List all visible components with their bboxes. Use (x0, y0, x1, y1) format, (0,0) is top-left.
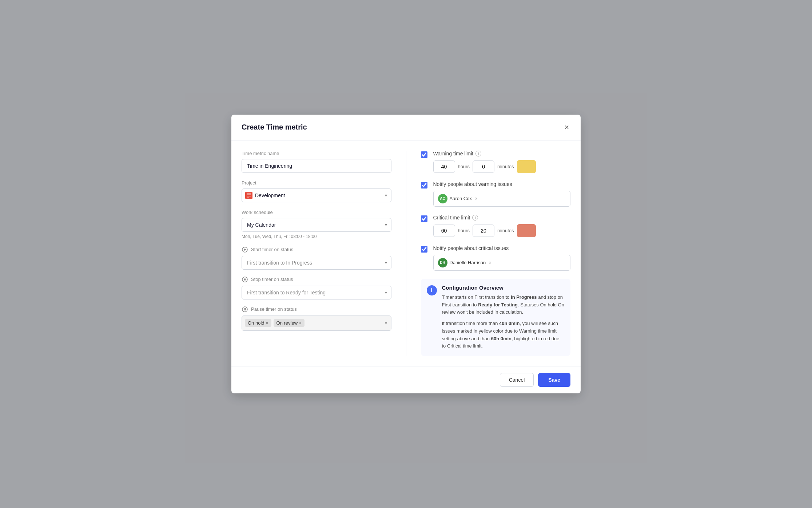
svg-rect-3 (247, 197, 249, 198)
project-select-wrapper: Development ▾ (242, 188, 391, 202)
warning-content: Warning time limit i hours minutes (433, 151, 571, 173)
stop-timer-section: Stop timer on status First transition to… (242, 276, 391, 299)
warning-hours-unit: hours (458, 164, 470, 169)
notify-critical-label-text: Notify people about critical issues (433, 245, 509, 251)
name-label: Time metric name (242, 151, 391, 156)
stop-timer-text: Stop timer on status (251, 277, 293, 282)
notify-critical-checkbox[interactable] (421, 246, 427, 253)
project-group: Project Development (242, 180, 391, 202)
cancel-button[interactable]: Cancel (500, 373, 534, 387)
svg-rect-7 (244, 278, 246, 280)
notify-warning-row: Notify people about warning issues AC Aa… (421, 181, 571, 207)
warning-checkbox-wrapper (421, 151, 427, 159)
pause-timer-icon (242, 306, 248, 313)
save-button[interactable]: Save (538, 373, 570, 387)
pause-select-wrapper: On hold × On review × ▾ (242, 315, 391, 331)
critical-checkbox-wrapper (421, 215, 427, 223)
schedule-group: Work schedule My Calendar ▾ Mon, Tue, We… (242, 210, 391, 239)
start-timer-icon (242, 246, 248, 253)
schedule-select[interactable]: My Calendar (242, 218, 391, 232)
config-overview: i Configuration Overview Timer starts on… (421, 279, 571, 356)
notify-warning-label-text: Notify people about warning issues (433, 181, 512, 187)
warning-time-inputs: hours minutes (433, 160, 571, 173)
close-button[interactable]: × (563, 122, 570, 133)
warning-minutes-unit: minutes (497, 164, 514, 169)
svg-rect-2 (247, 196, 251, 197)
aaron-cox-remove[interactable]: × (475, 196, 478, 201)
schedule-hint: Mon, Tue, Wed, Thu, Fri; 08:00 - 18:00 (242, 234, 391, 239)
svg-marker-5 (244, 249, 246, 251)
critical-row: Critical time limit i hours minutes (421, 215, 571, 237)
critical-content: Critical time limit i hours minutes (433, 215, 571, 237)
danielle-harrison-name: Danielle Harrison (450, 260, 486, 265)
pause-timer-section: Pause timer on status On hold × On revie… (242, 306, 391, 331)
stop-timer-label: Stop timer on status (242, 276, 391, 283)
notify-warning-input[interactable]: AC Aaron Cox × (433, 191, 571, 207)
config-paragraph-2: If transition time more than 40h 0min, y… (442, 320, 565, 350)
notify-critical-input[interactable]: DH Danielle Harrison × (433, 255, 571, 271)
config-title: Configuration Overview (442, 285, 565, 291)
warning-color-swatch[interactable] (517, 160, 536, 173)
config-icon: i (427, 285, 437, 295)
modal-body: Time metric name Project (231, 140, 581, 366)
modal-footer: Cancel Save (231, 366, 581, 393)
aaron-cox-name: Aaron Cox (450, 196, 472, 201)
start-status-select[interactable]: First transition to In Progress (242, 256, 391, 270)
warning-hours-input[interactable] (433, 160, 455, 173)
stop-select-wrapper: First transition to Ready for Testing ▾ (242, 286, 391, 299)
notify-warning-label: Notify people about warning issues (433, 181, 571, 187)
pause-timer-text: Pause timer on status (251, 306, 297, 312)
left-panel: Time metric name Project (242, 151, 406, 356)
svg-rect-9 (244, 308, 245, 310)
aaron-cox-avatar: AC (438, 194, 447, 203)
name-input[interactable] (242, 159, 391, 173)
warning-label: Warning time limit i (433, 151, 571, 156)
tag-on-hold-close[interactable]: × (266, 321, 268, 325)
critical-label: Critical time limit i (433, 215, 571, 221)
pause-timer-label: Pause timer on status (242, 306, 391, 313)
critical-info-icon[interactable]: i (472, 215, 478, 221)
modal-title: Create Time metric (242, 123, 307, 131)
notify-warning-checkbox[interactable] (421, 182, 427, 188)
warning-checkbox[interactable] (421, 151, 427, 158)
notify-critical-row: Notify people about critical issues DH D… (421, 245, 571, 271)
start-timer-section: Start timer on status First transition t… (242, 246, 391, 270)
tag-on-hold: On hold × (245, 319, 271, 327)
critical-time-inputs: hours minutes (433, 224, 571, 237)
notify-warning-checkbox-wrapper (421, 182, 427, 190)
critical-hours-input[interactable] (433, 225, 455, 237)
project-select[interactable]: Development (242, 188, 391, 202)
warning-info-icon[interactable]: i (475, 151, 481, 156)
warning-label-text: Warning time limit (433, 151, 474, 156)
stop-timer-icon (242, 276, 248, 283)
create-time-metric-modal: Create Time metric × Time metric name Pr… (231, 115, 581, 394)
name-group: Time metric name (242, 151, 391, 173)
tag-on-review: On review × (274, 319, 305, 327)
start-timer-label: Start timer on status (242, 246, 391, 253)
config-text: Timer starts on First transition to In P… (442, 294, 565, 350)
notify-critical-checkbox-wrapper (421, 246, 427, 254)
danielle-harrison-avatar: DH (438, 258, 447, 267)
pause-multiselect[interactable]: On hold × On review × (242, 315, 391, 331)
tag-on-review-label: On review (276, 320, 298, 326)
stop-status-select[interactable]: First transition to Ready for Testing (242, 286, 391, 299)
schedule-label: Work schedule (242, 210, 391, 215)
svg-rect-10 (245, 308, 246, 310)
svg-point-8 (242, 307, 247, 312)
critical-label-text: Critical time limit (433, 215, 470, 221)
critical-color-swatch[interactable] (517, 224, 536, 237)
start-select-wrapper: First transition to In Progress ▾ (242, 256, 391, 270)
tag-on-review-close[interactable]: × (299, 321, 302, 325)
svg-rect-1 (247, 193, 251, 195)
schedule-select-wrapper: My Calendar ▾ (242, 218, 391, 232)
config-text-content: Configuration Overview Timer starts on F… (442, 285, 565, 350)
modal-backdrop: Create Time metric × Time metric name Pr… (0, 0, 812, 508)
danielle-harrison-remove[interactable]: × (489, 260, 491, 265)
right-panel: Warning time limit i hours minutes (406, 151, 571, 356)
config-paragraph-1: Timer starts on First transition to In P… (442, 294, 565, 316)
critical-checkbox[interactable] (421, 215, 427, 222)
warning-minutes-input[interactable] (473, 160, 494, 173)
project-icon (245, 192, 252, 199)
critical-hours-unit: hours (458, 228, 470, 233)
critical-minutes-input[interactable] (473, 225, 494, 237)
